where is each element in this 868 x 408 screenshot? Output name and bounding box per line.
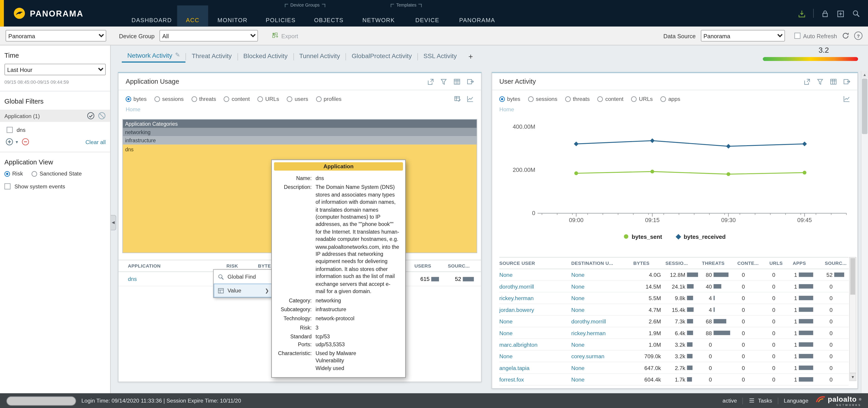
user-link[interactable]: None [571, 295, 585, 301]
breadcrumb[interactable]: Home [119, 105, 481, 112]
radio-icon[interactable] [257, 96, 263, 101]
show-system-events[interactable]: Show system events [4, 183, 103, 190]
table-row[interactable]: Nonedorothy.morrill2.6M7.3k680010 [499, 316, 848, 327]
table-row[interactable]: dorothy.morrillNone14.5M24.1k400010 [499, 281, 848, 292]
column-header[interactable]: SOURC... [825, 260, 850, 266]
negate-filter-button[interactable] [98, 112, 105, 120]
column-header[interactable]: URLS [770, 260, 793, 266]
metric-bytes[interactable]: bytes [126, 96, 147, 102]
user-link[interactable]: None [571, 342, 585, 348]
radio-icon[interactable] [191, 96, 197, 101]
user-link[interactable]: None [571, 272, 585, 278]
metric-threats[interactable]: threats [565, 96, 590, 102]
radio-icon[interactable] [565, 96, 570, 101]
breadcrumb[interactable]: Home [492, 105, 857, 112]
user-link[interactable]: dorothy.morrill [571, 318, 606, 324]
radio-icon[interactable] [154, 96, 160, 101]
language-button[interactable]: Language [784, 398, 808, 404]
chart-button[interactable] [843, 95, 850, 103]
metric-sessions[interactable]: sessions [154, 96, 184, 102]
user-link[interactable]: None [571, 365, 585, 371]
treemap-row-networking[interactable]: networking [123, 128, 477, 136]
acc-tab-threat-activity[interactable]: Threat Activity [186, 51, 237, 62]
page-scrollbar[interactable]: ▲ [861, 71, 868, 393]
table-row[interactable]: Nonerickey.herman1.9M6.4k880010 [499, 327, 848, 339]
table-row[interactable]: marc.albrightonNone1.0M3.2k00010 [499, 339, 848, 351]
legend-item-bytes_sent[interactable]: bytes_sent [624, 233, 662, 240]
radio-icon[interactable] [528, 96, 533, 101]
tableedit-button[interactable] [454, 95, 461, 103]
user-link[interactable]: None [571, 376, 585, 382]
refresh-button[interactable] [842, 32, 849, 39]
radio-icon[interactable] [32, 171, 37, 176]
radio-icon[interactable] [631, 96, 637, 101]
treemap-row-infrastructure[interactable]: infrastructure [123, 136, 477, 145]
column-header[interactable]: SESSIO... [665, 260, 702, 266]
column-header[interactable]: THREATS [702, 260, 737, 266]
user-link[interactable]: rickey.herman [571, 330, 606, 336]
table-row[interactable]: NoneNone4.0G12.8M8000152 [499, 269, 848, 281]
tasks-button[interactable]: Tasks [749, 397, 772, 405]
user-link[interactable]: forrest.fox [499, 376, 524, 382]
metric-sessions[interactable]: sessions [528, 96, 557, 102]
user-link[interactable]: dorothy.morrill [499, 283, 534, 290]
add-filter-button[interactable] [5, 138, 13, 146]
search-button[interactable] [852, 9, 860, 18]
table-button[interactable] [454, 78, 461, 85]
time-select[interactable]: Last Hour [4, 64, 106, 75]
show-system-events-checkbox[interactable] [4, 183, 11, 190]
radio-icon[interactable] [499, 96, 505, 101]
export-button[interactable]: Export [272, 32, 298, 39]
radio-icon[interactable] [224, 96, 229, 101]
add-tab-button[interactable]: + [462, 52, 479, 61]
radio-icon[interactable] [597, 96, 603, 101]
filter-item-dns[interactable]: dns [6, 127, 103, 133]
filter-group-application[interactable]: Application (1) [0, 110, 110, 122]
metric-urls[interactable]: URLs [631, 96, 653, 102]
scroll-up-arrow[interactable]: ▲ [862, 71, 868, 78]
user-link[interactable]: angela.tapia [499, 365, 529, 371]
radio-icon[interactable] [287, 96, 292, 101]
column-header[interactable]: APPS [793, 260, 825, 266]
table-row[interactable]: jordan.boweryNone4.7M15.4k40010 [499, 304, 848, 316]
device-group-select[interactable]: All [160, 30, 258, 41]
acc-tab-tunnel-activity[interactable]: Tunnel Activity [293, 51, 346, 62]
add-device-button[interactable] [836, 9, 845, 18]
scrollbar-thumb[interactable] [862, 79, 867, 134]
scrollbar-thumb[interactable] [850, 258, 855, 295]
help-icon[interactable]: ? [854, 32, 863, 40]
view-option-sanctioned-state[interactable]: Sanctioned State [32, 171, 82, 177]
metric-content[interactable]: content [597, 96, 623, 102]
table-row[interactable]: rickey.hermanNone5.5M9.8k40010 [499, 292, 848, 304]
table-scrollbar[interactable]: ▼ [849, 257, 857, 381]
column-header[interactable]: DESTINATION U... [571, 260, 633, 266]
column-header[interactable]: BYTES [633, 260, 665, 266]
chart-button[interactable] [467, 95, 474, 103]
export-button[interactable] [843, 78, 850, 85]
user-link[interactable]: None [571, 307, 585, 313]
metric-users[interactable]: users [287, 96, 308, 102]
popout-button[interactable] [803, 78, 810, 85]
metric-profiles[interactable]: profiles [316, 96, 342, 102]
sidebar-collapse-handle[interactable]: ◀ [111, 215, 116, 230]
table-button[interactable] [830, 78, 837, 85]
metric-urls[interactable]: URLs [257, 96, 279, 102]
filter-button[interactable] [440, 78, 447, 85]
lock-button[interactable] [821, 9, 829, 18]
apply-filter-button[interactable] [87, 112, 94, 120]
user-link[interactable]: None [499, 353, 513, 359]
metric-apps[interactable]: apps [660, 96, 680, 102]
auto-refresh-checkbox[interactable] [794, 33, 800, 39]
user-link[interactable]: jordan.bowery [499, 307, 534, 313]
acc-tab-blocked-activity[interactable]: Blocked Activity [238, 51, 293, 62]
table-row[interactable]: Nonecorey.surman709.0k3.2k00010 [499, 351, 848, 362]
commit-button[interactable] [798, 9, 806, 18]
user-link[interactable]: corey.surman [571, 353, 604, 359]
filter-button[interactable] [816, 78, 824, 85]
column-header[interactable]: SOURCE USER [499, 260, 571, 266]
acc-tab-ssl-activity[interactable]: SSL Activity [418, 51, 463, 62]
user-link[interactable]: None [499, 272, 513, 278]
dns-checkbox[interactable] [6, 127, 13, 133]
edit-icon[interactable]: ✎ [175, 52, 180, 59]
user-link[interactable]: rickey.herman [499, 295, 534, 301]
